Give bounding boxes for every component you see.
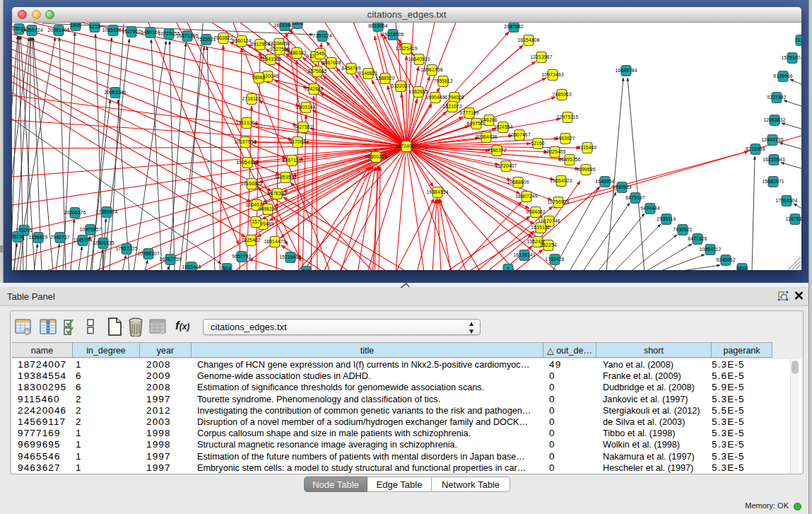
svg-text:2935114: 2935114 xyxy=(657,216,676,221)
svg-text:62160: 62160 xyxy=(531,141,545,146)
svg-text:18495756: 18495756 xyxy=(558,157,580,162)
svg-text:1990448: 1990448 xyxy=(425,95,445,100)
svg-text:8267130: 8267130 xyxy=(282,158,301,163)
svg-text:7625402: 7625402 xyxy=(241,238,260,243)
svg-text:157: 157 xyxy=(252,219,260,224)
svg-text:10653267: 10653267 xyxy=(102,28,124,33)
svg-text:2942737: 2942737 xyxy=(50,235,69,240)
svg-text:9463627: 9463627 xyxy=(555,136,575,141)
svg-text:917004: 917004 xyxy=(289,139,306,144)
svg-text:746266: 746266 xyxy=(481,117,498,122)
svg-text:9227342: 9227342 xyxy=(767,95,786,100)
svg-text:19218506: 19218506 xyxy=(382,32,404,37)
svg-text:1640954: 1640954 xyxy=(595,179,614,184)
svg-text:8678332: 8678332 xyxy=(267,191,286,196)
svg-text:5322037: 5322037 xyxy=(391,83,410,88)
svg-text:1588520: 1588520 xyxy=(375,76,394,81)
svg-text:16914479: 16914479 xyxy=(264,239,286,244)
svg-text:2087682: 2087682 xyxy=(504,24,523,29)
svg-text:1733426: 1733426 xyxy=(545,257,564,262)
svg-text:3675685: 3675685 xyxy=(307,69,326,74)
svg-text:10973493: 10973493 xyxy=(541,72,563,77)
svg-text:1923446: 1923446 xyxy=(182,264,201,269)
svg-text:12093832: 12093832 xyxy=(763,117,785,122)
svg-text:8813054: 8813054 xyxy=(368,23,387,28)
svg-text:8471626: 8471626 xyxy=(688,236,707,241)
svg-text:7663822: 7663822 xyxy=(213,35,233,40)
svg-text:7955812: 7955812 xyxy=(433,78,452,83)
svg-text:10654112: 10654112 xyxy=(700,247,722,252)
svg-text:1806: 1806 xyxy=(70,23,81,28)
svg-text:20206576: 20206576 xyxy=(64,210,86,215)
svg-text:1112: 1112 xyxy=(796,37,801,42)
svg-text:9146821: 9146821 xyxy=(358,71,377,76)
svg-text:4498222: 4498222 xyxy=(258,206,277,211)
svg-text:9242848: 9242848 xyxy=(304,86,323,91)
svg-text:8660124: 8660124 xyxy=(232,38,251,43)
svg-text:18724007: 18724007 xyxy=(395,144,417,148)
svg-text:10807467: 10807467 xyxy=(508,132,530,137)
svg-text:15751074: 15751074 xyxy=(781,55,801,60)
svg-text:12444155: 12444155 xyxy=(761,137,783,142)
svg-text:2803144: 2803144 xyxy=(296,105,315,110)
svg-text:20091406: 20091406 xyxy=(47,28,69,33)
svg-text:3824554: 3824554 xyxy=(493,124,512,129)
svg-text:16136141: 16136141 xyxy=(513,252,535,257)
svg-text:7832621: 7832621 xyxy=(673,227,692,232)
svg-text:7485063: 7485063 xyxy=(552,92,571,97)
svg-text:10025455: 10025455 xyxy=(543,149,565,154)
svg-text:10958107: 10958107 xyxy=(137,251,159,256)
svg-text:546: 546 xyxy=(316,51,324,56)
svg-text:18807249: 18807249 xyxy=(515,194,537,199)
svg-text:20053346: 20053346 xyxy=(104,90,126,95)
svg-text:19654923: 19654923 xyxy=(550,178,572,183)
svg-text:8454749: 8454749 xyxy=(341,66,360,71)
svg-text:16640910: 16640910 xyxy=(408,57,430,62)
svg-text:17957225: 17957225 xyxy=(115,246,137,251)
svg-text:7357224: 7357224 xyxy=(312,33,331,38)
svg-text:19166822: 19166822 xyxy=(240,181,262,186)
svg-text:1527602: 1527602 xyxy=(122,29,141,34)
svg-text:19756928: 19756928 xyxy=(547,199,569,204)
svg-text:15720407: 15720407 xyxy=(495,163,517,168)
svg-text:1806: 1806 xyxy=(292,23,303,25)
svg-text:10688609: 10688609 xyxy=(507,180,529,185)
svg-text:6794028: 6794028 xyxy=(445,95,464,100)
svg-text:39154: 39154 xyxy=(12,234,25,239)
svg-text:12505135: 12505135 xyxy=(92,240,114,245)
svg-text:15716485: 15716485 xyxy=(279,255,301,259)
svg-text:19054922: 19054922 xyxy=(236,160,258,165)
svg-text:9245652: 9245652 xyxy=(716,257,735,262)
svg-text:16671355: 16671355 xyxy=(176,33,198,38)
svg-text:904: 904 xyxy=(223,266,231,270)
svg-text:19384554: 19384554 xyxy=(426,189,448,194)
svg-text:10975857: 10975857 xyxy=(79,227,101,232)
svg-text:16648784: 16648784 xyxy=(615,68,637,73)
svg-text:2867608: 2867608 xyxy=(322,60,341,65)
svg-text:1233: 1233 xyxy=(89,24,100,29)
svg-text:17359924: 17359924 xyxy=(95,209,117,214)
svg-text:19113364: 19113364 xyxy=(236,120,258,125)
svg-text:12213967: 12213967 xyxy=(530,54,552,59)
svg-text:9850: 9850 xyxy=(736,266,748,270)
svg-text:1156829: 1156829 xyxy=(29,235,48,240)
svg-text:5958923: 5958923 xyxy=(612,185,631,189)
svg-text:1615132: 1615132 xyxy=(531,225,550,230)
svg-text:1167533: 1167533 xyxy=(786,216,801,221)
svg-text:1621072: 1621072 xyxy=(442,104,461,109)
svg-text:2718126: 2718126 xyxy=(242,96,261,101)
svg-text:8186323: 8186323 xyxy=(287,50,306,55)
svg-text:8912954: 8912954 xyxy=(250,42,269,47)
svg-text:343: 343 xyxy=(302,269,310,270)
svg-text:9329966: 9329966 xyxy=(773,74,792,78)
svg-text:16961758: 16961758 xyxy=(420,67,442,72)
svg-text:12975115: 12975115 xyxy=(557,115,579,119)
svg-text:7: 7 xyxy=(507,267,510,270)
svg-text:9474444: 9474444 xyxy=(640,206,659,211)
svg-text:16210643: 16210643 xyxy=(763,157,784,162)
svg-text:98961: 98961 xyxy=(252,75,266,80)
svg-text:13325419: 13325419 xyxy=(395,46,417,51)
svg-text:11353594: 11353594 xyxy=(275,175,297,180)
svg-text:18300295: 18300295 xyxy=(365,154,387,159)
svg-text:9084067: 9084067 xyxy=(526,209,545,214)
